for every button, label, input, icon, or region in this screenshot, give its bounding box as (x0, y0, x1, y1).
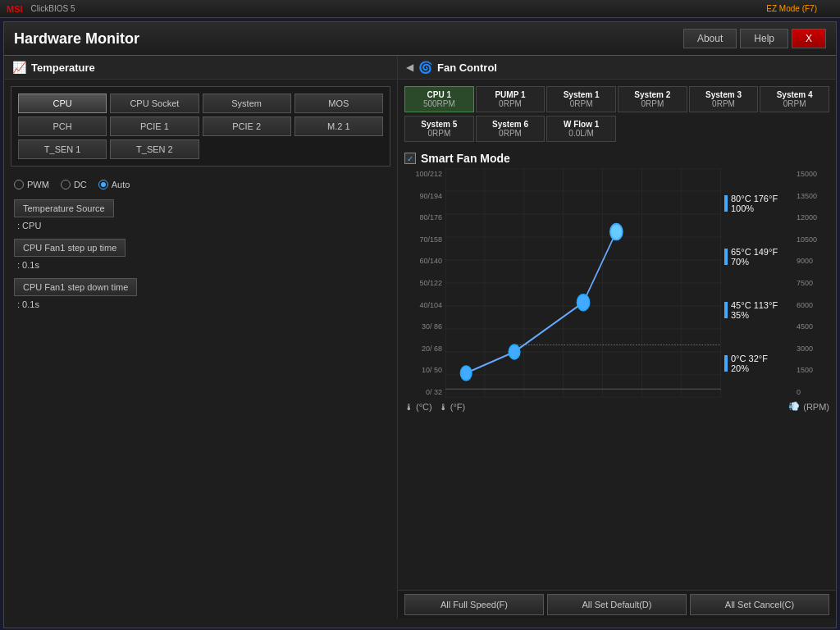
rpm-label-8: 3000 (797, 345, 829, 353)
left-panel: 📈 Temperature CPU CPU Socket System MOS … (4, 56, 398, 619)
fan-sys6-rpm: 0RPM (482, 129, 540, 138)
fan-mode-group: PWM DC Auto (14, 180, 387, 189)
bios-mode: EZ Mode (F7) (766, 4, 817, 13)
fan-item-wflow1[interactable]: W Flow 1 0.0L/M (546, 116, 616, 142)
ylabel-6: 40/104 (404, 301, 442, 309)
fan-grid-wrapper: CPU 1 500RPM PUMP 1 0RPM System 1 0RPM S… (398, 80, 836, 145)
footer-fahrenheit-label: 🌡 (°F) (439, 402, 466, 412)
chart-svg-area[interactable] (445, 168, 721, 398)
all-full-speed-button[interactable]: All Full Speed(F) (404, 594, 544, 615)
legend-item-2: 45°C 113°F 35% (724, 300, 792, 320)
fan-sys3-name: System 3 (695, 90, 753, 99)
rpm-label-2: 12000 (797, 213, 829, 221)
fan-item-sys4[interactable]: System 4 0RPM (760, 86, 829, 112)
bios-title: ClickBIOS 5 (31, 4, 767, 13)
temp-btn-pcie2[interactable]: PCIE 2 (203, 116, 291, 136)
legend-pct-3: 20% (731, 363, 768, 373)
temp-btn-pch[interactable]: PCH (18, 116, 107, 136)
action-bar: All Full Speed(F) All Set Default(D) All… (398, 590, 836, 619)
fan-sys1-rpm: 0RPM (552, 99, 610, 108)
ylabel-2: 80/176 (404, 213, 442, 221)
temp-btn-tsen1[interactable]: T_SEN 1 (18, 139, 107, 159)
temp-btn-tsen2[interactable]: T_SEN 2 (110, 139, 199, 159)
fan-item-pump1[interactable]: PUMP 1 0RPM (476, 86, 546, 112)
chart-point-2[interactable] (509, 345, 519, 358)
step-up-value: : 0.1s (14, 260, 387, 270)
chart-legend: 80°C 176°F 100% 65°C 149°F 70% (721, 168, 795, 398)
temp-btn-pcie1[interactable]: PCIE 1 (110, 116, 199, 136)
fan-sys5-name: System 5 (410, 120, 468, 129)
temp-source-value: : CPU (14, 221, 387, 231)
chart-point-3[interactable] (577, 294, 589, 310)
fan-icon-footer: 💨 (788, 401, 800, 412)
ylabel-3: 70/158 (404, 235, 442, 244)
ylabel-0: 100/212 (404, 170, 442, 178)
temperature-section: CPU CPU Socket System MOS PCH PCIE 1 PCI… (11, 86, 390, 167)
about-button[interactable]: About (683, 29, 737, 48)
ylabel-9: 10/ 50 (404, 366, 442, 374)
footer-celsius-label: 🌡 (°C) (404, 402, 432, 412)
legend-temps-1: 65°C 149°F 70% (731, 247, 778, 267)
temp-btn-cpu-socket[interactable]: CPU Socket (110, 94, 199, 113)
dc-radio[interactable]: DC (61, 180, 87, 189)
smart-fan-checkbox[interactable] (404, 153, 416, 164)
step-up-btn[interactable]: CPU Fan1 step up time (14, 239, 126, 257)
legend-pct-0: 100% (731, 203, 778, 213)
chart-point-4[interactable] (610, 224, 623, 240)
fan-control-title: Fan Control (437, 62, 497, 74)
fan-sys2-rpm: 0RPM (623, 99, 682, 108)
help-button[interactable]: Help (740, 29, 788, 48)
fan-item-sys6[interactable]: System 6 0RPM (476, 116, 546, 142)
legend-bar-1 (724, 249, 728, 265)
ylabel-7: 30/ 86 (404, 322, 442, 331)
auto-label: Auto (112, 180, 130, 189)
legend-bar-0 (724, 195, 728, 212)
all-set-default-button[interactable]: All Set Default(D) (547, 594, 687, 615)
rpm-label-7: 4500 (797, 322, 829, 331)
rpm-label-4: 9000 (797, 257, 829, 265)
ylabel-5: 50/122 (404, 279, 442, 287)
fan-sys4-name: System 4 (765, 90, 824, 99)
fan-sys4-rpm: 0RPM (765, 99, 824, 108)
fan-item-sys1[interactable]: System 1 0RPM (546, 86, 616, 112)
rpm-label-5: 7500 (797, 279, 829, 287)
step-down-btn[interactable]: CPU Fan1 step down time (14, 278, 137, 296)
smart-fan-chart-container: Smart Fan Mode 100/212 90/194 80/176 70/… (398, 145, 836, 590)
pwm-radio[interactable]: PWM (14, 180, 49, 189)
fan-item-sys3[interactable]: System 3 0RPM (689, 86, 759, 112)
dc-label: DC (74, 180, 87, 189)
temp-btn-m21[interactable]: M.2 1 (294, 116, 383, 136)
auto-radio[interactable]: Auto (98, 180, 130, 189)
legend-item-1: 65°C 149°F 70% (724, 247, 792, 267)
fan-item-sys5[interactable]: System 5 0RPM (404, 116, 474, 142)
legend-celsius-3: 0°C 32°F (731, 354, 768, 363)
right-panel: ◀ 🌀 Fan Control CPU 1 500RPM PUMP 1 0RPM (398, 56, 836, 619)
fan-sys3-rpm: 0RPM (695, 99, 753, 108)
rpm-label-6: 6000 (797, 301, 829, 309)
fan-sys1-name: System 1 (552, 90, 610, 99)
legend-celsius-2: 45°C 113°F (731, 300, 778, 310)
chart-point-1[interactable] (460, 366, 471, 380)
pwm-label: PWM (27, 180, 49, 189)
fan-item-sys2[interactable]: System 2 0RPM (618, 86, 687, 112)
temp-btn-mos[interactable]: MOS (294, 94, 383, 113)
chart-wrapper: 100/212 90/194 80/176 70/158 60/140 50/1… (404, 168, 829, 398)
step-down-value: : 0.1s (14, 299, 387, 309)
ylabel-4: 60/140 (404, 257, 442, 265)
chart-footer-left: 🌡 (°C) 🌡 (°F) (404, 402, 465, 412)
fan-cpu1-rpm: 500RPM (410, 99, 468, 108)
temp-btn-system[interactable]: System (203, 94, 291, 113)
temp-btn-cpu[interactable]: CPU (18, 94, 107, 113)
legend-temps-0: 80°C 176°F 100% (731, 194, 778, 213)
fan-item-cpu1[interactable]: CPU 1 500RPM (404, 86, 474, 112)
legend-pct-2: 35% (731, 310, 778, 320)
all-set-cancel-button[interactable]: All Set Cancel(C) (690, 594, 829, 615)
fan-grid-bottom: System 5 0RPM System 6 0RPM W Flow 1 0.0… (401, 116, 833, 145)
ylabel-8: 20/ 68 (404, 345, 442, 353)
fan-controls: PWM DC Auto Temperature Source : CPU CPU… (4, 173, 397, 324)
temp-source-btn[interactable]: Temperature Source (14, 199, 114, 217)
close-button[interactable]: X (792, 29, 826, 48)
dc-radio-circle (61, 180, 71, 189)
fan-grid-top: CPU 1 500RPM PUMP 1 0RPM System 1 0RPM S… (401, 83, 833, 116)
rpm-label-1: 13500 (797, 192, 829, 200)
